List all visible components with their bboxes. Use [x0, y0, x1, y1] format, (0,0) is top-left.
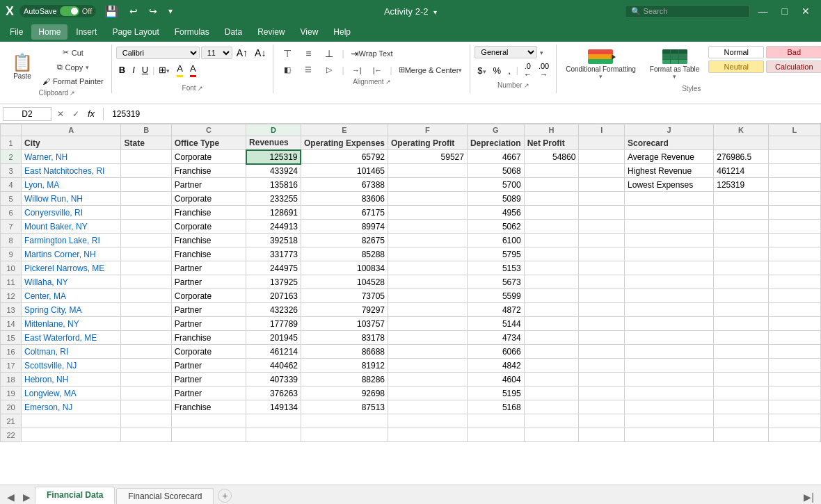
cell[interactable]: [524, 289, 579, 303]
cell[interactable]: 331773: [246, 247, 301, 261]
cell[interactable]: [121, 192, 171, 206]
cell[interactable]: [121, 206, 171, 220]
cell[interactable]: [579, 234, 625, 247]
col-header-E[interactable]: E: [301, 124, 388, 136]
cell[interactable]: Franchise: [171, 164, 246, 178]
cell[interactable]: [388, 387, 468, 400]
cell[interactable]: [301, 428, 388, 442]
cell[interactable]: [625, 275, 714, 289]
cell[interactable]: [768, 136, 820, 150]
cell[interactable]: 125319: [714, 178, 768, 192]
cell[interactable]: Franchise: [171, 234, 246, 247]
cell[interactable]: 461214: [714, 164, 768, 178]
cell[interactable]: 5062: [467, 220, 524, 234]
cell[interactable]: [768, 428, 820, 442]
cell[interactable]: [625, 247, 714, 261]
cell[interactable]: 83178: [301, 331, 388, 345]
cell[interactable]: [388, 303, 468, 317]
cell[interactable]: [625, 234, 714, 247]
cell[interactable]: [121, 428, 171, 442]
col-header-I[interactable]: I: [579, 124, 625, 136]
cell[interactable]: [121, 359, 171, 373]
cell[interactable]: [768, 289, 820, 303]
cell[interactable]: [121, 220, 171, 234]
cell[interactable]: [121, 247, 171, 261]
cell[interactable]: [388, 400, 468, 414]
col-header-B[interactable]: B: [121, 124, 171, 136]
sheet-scroll-end[interactable]: ▶|: [799, 490, 818, 504]
redo-button[interactable]: ↪: [146, 4, 160, 18]
cancel-formula-button[interactable]: ✕: [54, 108, 67, 120]
cell[interactable]: [579, 261, 625, 275]
save-button[interactable]: 💾: [102, 3, 121, 19]
cell[interactable]: 461214: [246, 345, 301, 359]
row-header-16[interactable]: 16: [1, 345, 22, 359]
cell[interactable]: [121, 234, 171, 247]
cell[interactable]: 54860: [524, 150, 579, 164]
cell[interactable]: 6100: [467, 234, 524, 247]
cell[interactable]: Depreciation: [467, 136, 524, 150]
menu-home[interactable]: Home: [31, 24, 67, 40]
cell[interactable]: [768, 359, 820, 373]
close-button[interactable]: ✕: [796, 4, 815, 18]
border-button[interactable]: ⊞▾: [156, 63, 173, 76]
col-header-K[interactable]: K: [714, 124, 768, 136]
cell[interactable]: [524, 206, 579, 220]
cell[interactable]: Scorecard: [625, 136, 714, 150]
cut-button[interactable]: ✂ Cut: [39, 46, 107, 59]
middle-align-button[interactable]: ≡: [298, 46, 318, 61]
normal-style[interactable]: Normal: [708, 46, 764, 58]
cell[interactable]: Mount Baker, NY: [22, 220, 121, 234]
increase-indent-button[interactable]: →|: [347, 64, 367, 76]
copy-button[interactable]: ⧉ Copy ▾: [39, 60, 107, 74]
cell[interactable]: Partner: [171, 387, 246, 400]
cell[interactable]: Operating Expenses: [301, 136, 388, 150]
undo-button[interactable]: ↩: [127, 4, 141, 18]
cell[interactable]: 5144: [467, 317, 524, 331]
cell[interactable]: [714, 136, 768, 150]
cell[interactable]: [388, 289, 468, 303]
cell[interactable]: [625, 414, 714, 428]
number-expand-icon[interactable]: ↗: [524, 82, 529, 89]
cell[interactable]: [121, 387, 171, 400]
cell[interactable]: [22, 414, 121, 428]
cell[interactable]: [625, 192, 714, 206]
cell[interactable]: 177789: [246, 317, 301, 331]
cell[interactable]: [388, 345, 468, 359]
cell[interactable]: Center, MA: [22, 289, 121, 303]
wrap-text-button[interactable]: ⇥ Wrap Text: [347, 46, 397, 61]
cell[interactable]: 73705: [301, 289, 388, 303]
cell[interactable]: [579, 373, 625, 387]
cell[interactable]: [579, 206, 625, 220]
paste-button[interactable]: 📋 Paste: [7, 47, 38, 87]
cell[interactable]: [625, 220, 714, 234]
cell[interactable]: [579, 303, 625, 317]
cell[interactable]: Lyon, MA: [22, 178, 121, 192]
cell[interactable]: [625, 400, 714, 414]
cell[interactable]: [579, 178, 625, 192]
cell[interactable]: Corporate: [171, 150, 246, 164]
cell[interactable]: [714, 359, 768, 373]
cell[interactable]: [121, 414, 171, 428]
cell[interactable]: [524, 261, 579, 275]
cell[interactable]: [388, 247, 468, 261]
cell[interactable]: [524, 234, 579, 247]
cell[interactable]: 104528: [301, 275, 388, 289]
cell[interactable]: [768, 303, 820, 317]
cell[interactable]: [714, 275, 768, 289]
format-as-table-button[interactable]: Format as Table ▾: [645, 46, 705, 83]
cell[interactable]: 101465: [301, 164, 388, 178]
cell[interactable]: [579, 247, 625, 261]
cell[interactable]: [714, 220, 768, 234]
cell[interactable]: 5195: [467, 387, 524, 400]
align-center-button[interactable]: ☰: [298, 63, 318, 76]
cell[interactable]: Partner: [171, 317, 246, 331]
cell[interactable]: [22, 428, 121, 442]
cell[interactable]: [388, 261, 468, 275]
col-header-F[interactable]: F: [388, 124, 468, 136]
top-align-button[interactable]: ⊤: [278, 46, 297, 61]
currency-button[interactable]: $▾: [475, 64, 488, 77]
cell[interactable]: [524, 303, 579, 317]
maximize-button[interactable]: □: [776, 4, 793, 18]
col-header-J[interactable]: J: [625, 124, 714, 136]
